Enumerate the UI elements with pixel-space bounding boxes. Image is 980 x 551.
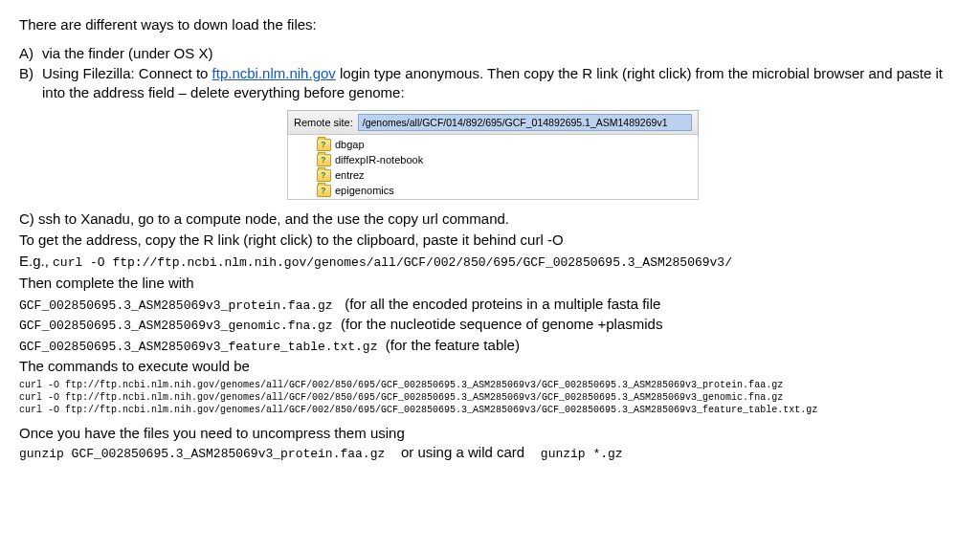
commands-intro: The commands to execute would be [19,357,961,376]
gunzip-cmd: gunzip GCF_002850695.3_ASM285069v3_prote… [19,447,385,461]
list-item[interactable]: dbgap [288,138,698,153]
curl-cmd-1: curl -O ftp://ftp.ncbi.nlm.nih.gov/genom… [19,379,961,391]
file-feature: GCF_002850695.3_ASM285069v3_feature_tabl… [19,340,377,354]
eg-command: curl -O ftp://ftp.ncbi.nlm.nih.gov/genom… [53,255,732,270]
option-c-line2: To get the address, copy the R link (rig… [19,231,961,250]
folder-label: dbgap [335,138,365,152]
ftp-link[interactable]: ftp.ncbi.nlm.nih.gov [212,65,336,81]
folder-icon [317,154,331,166]
gunzip-wild: gunzip *.gz [541,447,623,461]
folder-label: diffexpIR-notebook [335,153,423,167]
remote-site-input[interactable]: /genomes/all/GCF/014/892/695/GCF_0148926… [358,114,692,131]
or-text: or using a wild card [401,444,524,460]
curl-cmd-2: curl -O ftp://ftp.ncbi.nlm.nih.gov/genom… [19,391,961,404]
filezilla-screenshot: Remote site: /genomes/all/GCF/014/892/69… [287,110,699,200]
option-c-line1: C) ssh to Xanadu, go to a compute node, … [19,209,961,229]
curl-cmd-3: curl -O ftp://ftp.ncbi.nlm.nih.gov/genom… [19,404,961,416]
commands-block: curl -O ftp://ftp.ncbi.nlm.nih.gov/genom… [19,379,961,416]
file-genomic-desc: (for the nucleotide sequence of genome +… [341,316,662,332]
file-protein: GCF_002850695.3_ASM285069v3_protein.faa.… [19,298,333,313]
folder-label: epigenomics [335,184,394,198]
filezilla-addressbar: Remote site: /genomes/all/GCF/014/892/69… [287,110,699,135]
folder-icon [317,139,331,151]
filezilla-tree: dbgap diffexpIR-notebook entrez epigenom… [287,135,699,199]
option-b-text: Using Filezilla: Connect to ftp.ncbi.nlm… [42,64,961,103]
list-item[interactable]: epigenomics [288,184,698,199]
folder-label: entrez [335,168,365,183]
intro-text: There are different ways to down load th… [19,15,961,34]
list-item[interactable]: diffexpIR-notebook [288,153,698,168]
list-item[interactable]: entrez [288,168,698,184]
folder-icon [317,169,331,182]
option-a-letter: A) [19,44,42,63]
file-protein-desc: (for all the encoded proteins in a multi… [345,296,660,312]
file-genomic: GCF_002850695.3_ASM285069v3_genomic.fna.… [19,319,333,333]
remote-site-label: Remote site: [294,116,353,130]
eg-label: E.g., [19,253,49,269]
file-feature-desc: (for the feature table) [386,337,520,353]
option-b-pre: Using Filezilla: Connect to [42,65,212,81]
option-b-letter: B) [19,64,42,103]
option-a-text: via the finder (under OS X) [42,44,961,63]
uncompress-intro: Once you have the files you need to unco… [19,424,961,443]
folder-icon [317,185,331,197]
then-complete: Then complete the line with [19,274,961,293]
